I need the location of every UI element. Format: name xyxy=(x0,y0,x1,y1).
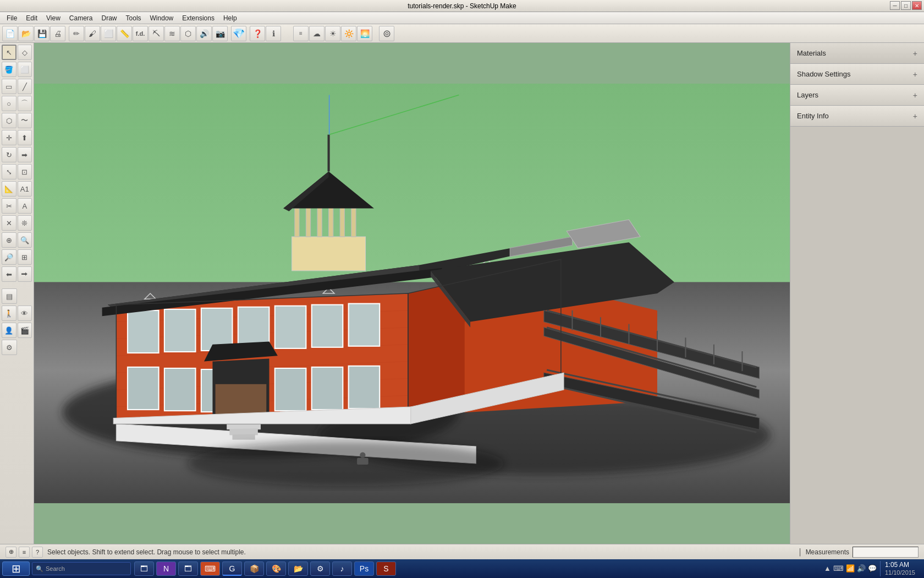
menu-view[interactable]: View xyxy=(42,13,65,23)
taskbar-app-sketchup[interactable]: ⌨ xyxy=(200,561,220,576)
taskbar-app-window[interactable]: 🗔 xyxy=(178,561,198,576)
new-button[interactable]: 📄 xyxy=(2,26,18,41)
fog-btn[interactable]: ☁ xyxy=(309,26,324,41)
style-tool[interactable]: ⬡ xyxy=(180,26,196,41)
system-tray: ▲ ⌨ 📶 🔊 💬 1:05 AM 11/10/2015 xyxy=(824,561,922,576)
orbit-tool[interactable]: ⊕ xyxy=(2,232,16,248)
polygon-tool[interactable]: ⬡ xyxy=(2,113,16,128)
position-camera-tool[interactable]: 👤 xyxy=(2,323,16,338)
push-pull-tool[interactable]: ⬆ xyxy=(18,130,32,145)
svg-rect-25 xyxy=(312,367,343,410)
look-around-tool[interactable]: 👁 xyxy=(18,306,32,321)
section-tool[interactable]: ≋ xyxy=(164,26,180,41)
menu-extensions[interactable]: Extensions xyxy=(178,13,219,23)
save-button[interactable]: 💾 xyxy=(34,26,50,41)
pan-tool[interactable]: 🔍 xyxy=(18,232,32,248)
status-bar: ⊕ ≡ ? Select objects. Shift to extend se… xyxy=(0,544,924,559)
scale-tool[interactable]: ⤡ xyxy=(2,164,16,179)
taskbar-app-music[interactable]: ♪ xyxy=(332,561,352,576)
info-button[interactable]: ℹ xyxy=(266,26,281,41)
ruby-tool[interactable]: 💎 xyxy=(231,26,246,41)
svg-marker-32 xyxy=(232,434,255,439)
taskbar-app-folder[interactable]: 📂 xyxy=(288,561,308,576)
viewport[interactable] xyxy=(34,43,790,544)
zoom-tool[interactable]: 🔎 xyxy=(2,249,16,265)
rotate-tool[interactable]: ↻ xyxy=(2,147,16,162)
tray-icon-network: 📶 xyxy=(846,564,855,572)
select-tool[interactable]: ↖ xyxy=(2,45,16,60)
sound-tool[interactable]: 🔊 xyxy=(196,26,212,41)
taskbar-app-chrome[interactable]: G xyxy=(222,561,242,576)
menu-window[interactable]: Window xyxy=(146,13,178,23)
minimize-button[interactable]: ─ xyxy=(890,1,900,10)
entity-info-panel-header[interactable]: Entity Info + xyxy=(790,106,924,127)
menu-file[interactable]: File xyxy=(2,13,21,23)
rectangle-tool[interactable]: ▭ xyxy=(2,79,16,94)
move-tool[interactable]: ✛ xyxy=(2,130,16,145)
tape-tool[interactable]: 📏 xyxy=(117,26,132,41)
pencil-tool[interactable]: ✏ xyxy=(69,26,84,41)
layers-btn[interactable]: ≡ xyxy=(293,26,309,41)
start-button[interactable]: ⊞ xyxy=(2,561,30,576)
tape-measure-tool[interactable]: 📐 xyxy=(2,181,16,197)
help-button[interactable]: ❓ xyxy=(250,26,265,41)
camera-tool[interactable]: 📷 xyxy=(212,26,228,41)
axes-tool[interactable]: ⛏ xyxy=(148,26,164,41)
taskbar-app-sketchup2[interactable]: S xyxy=(376,561,396,576)
taskbar-app-3d[interactable]: 📦 xyxy=(244,561,264,576)
zoom-window-tool[interactable]: ⊞ xyxy=(18,249,32,265)
print-button[interactable]: 🖨 xyxy=(50,26,65,41)
close-button[interactable]: ✕ xyxy=(912,1,922,10)
solar-btn[interactable]: 🔆 xyxy=(341,26,356,41)
menu-tools[interactable]: Tools xyxy=(122,13,146,23)
extra-tool1[interactable]: ⚙ xyxy=(2,340,17,355)
open-button[interactable]: 📂 xyxy=(18,26,34,41)
taskbar-app-explorer[interactable]: 🗔 xyxy=(134,561,154,576)
prev-view-tool[interactable]: ⬅ xyxy=(2,266,16,282)
walkthrough-tool[interactable]: 🚶 xyxy=(2,306,16,321)
sky-btn[interactable]: 🌅 xyxy=(357,26,372,41)
svg-rect-46 xyxy=(295,209,299,237)
text-tool[interactable]: f.d. xyxy=(133,26,148,41)
paint-bucket-tool[interactable]: 🪣 xyxy=(2,62,16,77)
layers-panel-header[interactable]: Layers + xyxy=(790,85,924,106)
menu-bar: File Edit View Camera Draw Tools Window … xyxy=(0,12,924,24)
materials-panel-header[interactable]: Materials + xyxy=(790,43,924,64)
follow-me-tool[interactable]: ➡ xyxy=(18,147,32,162)
menu-edit[interactable]: Edit xyxy=(21,13,42,23)
arc-tool[interactable]: ⌒ xyxy=(18,96,32,111)
menu-draw[interactable]: Draw xyxy=(97,13,122,23)
section-plane-tool[interactable]: ▤ xyxy=(2,288,17,304)
axes-lt-tool[interactable]: ✕ xyxy=(2,215,16,231)
freehand-tool[interactable]: 〜 xyxy=(18,113,32,128)
line-tool[interactable]: ╱ xyxy=(18,79,32,94)
measurements-input[interactable] xyxy=(853,547,919,558)
shadow-btn[interactable]: ☀ xyxy=(325,26,340,41)
vray-btn[interactable]: ⊚ xyxy=(379,26,394,41)
paint-tool[interactable]: 🖌 xyxy=(85,26,100,41)
taskbar-app-misc1[interactable]: ⚙ xyxy=(310,561,330,576)
next-view-tool[interactable]: ⮕ xyxy=(18,266,32,282)
clock-area: 1:05 AM 11/10/2015 xyxy=(880,561,915,576)
text-lt-tool[interactable]: A xyxy=(18,198,32,214)
svg-rect-50 xyxy=(340,207,344,237)
protractor-tool[interactable]: ✂ xyxy=(2,198,16,214)
svg-rect-76 xyxy=(357,458,369,465)
maximize-button[interactable]: □ xyxy=(901,1,911,10)
offset-tool[interactable]: ⊡ xyxy=(18,164,32,179)
menu-camera[interactable]: Camera xyxy=(65,13,97,23)
3d-text-tool[interactable]: ❊ xyxy=(18,215,32,231)
taskbar-app-onenote[interactable]: N xyxy=(156,561,176,576)
circle-tool[interactable]: ○ xyxy=(2,96,16,111)
menu-help[interactable]: Help xyxy=(219,13,241,23)
scene-tool[interactable]: 🎬 xyxy=(18,323,32,338)
dimension-tool[interactable]: A1 xyxy=(18,181,32,197)
eraser-lt-tool[interactable]: ⬜ xyxy=(18,62,32,77)
taskbar-search[interactable]: 🔍 Search xyxy=(32,562,131,575)
svg-rect-22 xyxy=(164,368,196,411)
taskbar-app-ps[interactable]: Ps xyxy=(354,561,374,576)
taskbar-app-artlantis[interactable]: 🎨 xyxy=(266,561,286,576)
component-tool[interactable]: ◇ xyxy=(18,45,32,60)
eraser-tool[interactable]: ⬜ xyxy=(101,26,116,41)
shadow-settings-panel-header[interactable]: Shadow Settings + xyxy=(790,64,924,85)
